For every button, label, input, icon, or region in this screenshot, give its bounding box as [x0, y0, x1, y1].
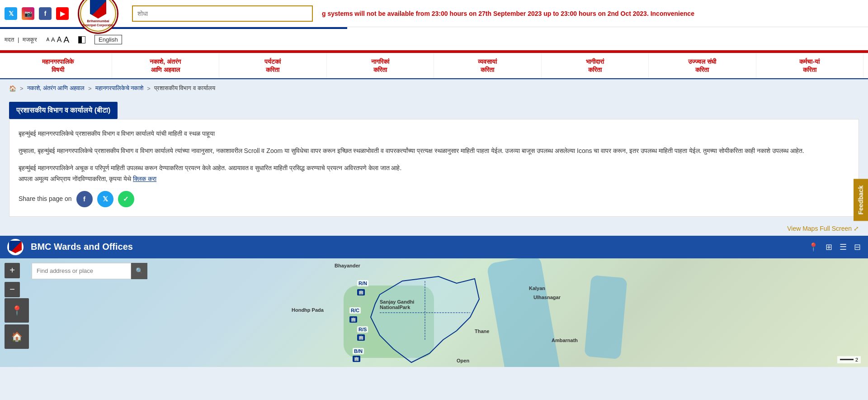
nav-item-opportunities[interactable]: उज्ज्वल संधीकरिता — [649, 53, 756, 78]
nav-item-partners[interactable]: भागीदारांकरिता — [542, 53, 649, 78]
map-scale: 2 — [837, 356, 861, 363]
map-grid-icon[interactable]: ⊟ — [854, 242, 861, 252]
home-icon[interactable]: 🏠 — [9, 85, 16, 92]
nav-item-about[interactable]: महानगरपालिकेविषयी — [5, 53, 112, 78]
map-container: BMC Wards and Offices 📍 ⊞ ☰ ⊟ — [0, 236, 868, 367]
top-search-box[interactable] — [132, 5, 313, 22]
map-search-input[interactable] — [32, 263, 131, 279]
map-header-logo — [7, 239, 24, 255]
facebook-icon[interactable]: f — [39, 7, 52, 20]
ward-rn: R/N — [357, 280, 368, 286]
font-size-a1[interactable]: A — [46, 35, 49, 45]
worker-link[interactable]: मजकूर — [23, 36, 37, 43]
logo-text: Brihanmumbai Municipal Corporation — [81, 19, 115, 27]
navigation-bar: महानगरपालिकेविषयी नकाशे, अंतरंगआणि अहवाल… — [0, 53, 868, 79]
share-label: Share this page on — [19, 194, 72, 205]
place-sanjay-gandhi: Sanjay GandhiNationalPark — [380, 299, 414, 310]
nav-item-citizens[interactable]: नागरिकांकरिता — [327, 53, 434, 78]
breadcrumb-maps[interactable]: नकाशे, अंतरंग आणि अहवाल — [27, 85, 85, 92]
map-location-icon[interactable]: 📍 — [808, 242, 818, 252]
map-controls: + − — [5, 263, 20, 297]
place-open: Open — [457, 358, 469, 363]
place-bhayander: Bhayander — [335, 263, 360, 268]
scale-value: 2 — [855, 357, 858, 362]
logo-area: Brihanmumbai Municipal Corporation — [78, 0, 118, 34]
zoom-in-button[interactable]: + — [5, 263, 20, 278]
ward-rn-icon: 🏢 — [357, 289, 365, 295]
twitter-icon[interactable]: 𝕏 — [5, 7, 17, 20]
share-row: Share this page on f 𝕏 ✓ — [19, 191, 849, 207]
font-size-a4[interactable]: A — [63, 35, 69, 45]
marquee-text: g systems will not be available from 23:… — [322, 10, 694, 17]
contrast-toggle[interactable] — [78, 36, 85, 43]
ward-rc: R/C — [349, 307, 361, 314]
map-header: BMC Wards and Offices 📍 ⊞ ☰ ⊟ — [0, 236, 868, 258]
share-whatsapp-button[interactable]: ✓ — [118, 191, 134, 207]
view-fullscreen-bar: View Maps Full Screen — [0, 221, 868, 236]
second-bar: मदत | मजकूर A A A A English — [0, 29, 868, 52]
map-header-icons: 📍 ⊞ ☰ ⊟ — [808, 242, 861, 252]
feedback-tab[interactable]: Feedback — [854, 179, 868, 221]
accessibility-links: मदत | मजकूर — [5, 36, 37, 43]
ward-bn: B/N — [353, 348, 364, 354]
place-thane: Thane — [475, 329, 489, 334]
content-para1: बृहन्मुंबई महानगरपालिकेचे प्रशासकीय विभा… — [19, 129, 849, 139]
sep: | — [18, 36, 19, 43]
ward-rs: R/S — [357, 326, 368, 333]
my-location-button[interactable]: 📍 — [5, 298, 29, 323]
zoom-out-button[interactable]: − — [5, 282, 20, 297]
breadcrumb: 🏠 > नकाशे, अंतरंग आणि अहवाल > महानगरपालि… — [0, 79, 868, 97]
ward-bn-icon: 🏢 — [353, 356, 360, 362]
map-title: BMC Wards and Offices — [31, 242, 801, 252]
map-body: Bhayander Kalyan Ulhasnagar Thane Ambarn… — [0, 258, 868, 367]
map-search-box[interactable]: 🔍 — [32, 263, 147, 279]
home-button[interactable]: 🏠 — [5, 324, 29, 349]
nav-item-business[interactable]: व्यवसायांकरिता — [434, 53, 542, 78]
instagram-icon[interactable]: 📷 — [22, 7, 34, 20]
bmc-logo: Brihanmumbai Municipal Corporation — [78, 0, 118, 34]
content-box: बृहन्मुंबई महानगरपालिकेचे प्रशासकीय विभा… — [9, 119, 859, 216]
help-link[interactable]: मदत — [5, 36, 14, 43]
ward-rs-icon: 🏢 — [357, 334, 365, 341]
page-title: प्रशासकीय विभाग व कार्यालये (बीटा) — [16, 106, 110, 114]
page-title-bar: प्रशासकीय विभाग व कार्यालये (बीटा) — [9, 102, 118, 119]
breadcrumb-municipal-maps[interactable]: महानगरपालिकेचे नकाशे — [95, 85, 144, 92]
content-para3: बृहन्मुंबई महानगरपालिकेने अचूक व परिपूर्… — [19, 163, 849, 185]
language-button[interactable]: English — [94, 35, 122, 44]
nav-item-employees[interactable]: कर्मचा-यांकरिता — [756, 53, 864, 78]
nav-item-tourism[interactable]: पर्यटकांकरिता — [219, 53, 327, 78]
map-list-icon[interactable]: ☰ — [840, 242, 847, 252]
font-size-controls: A A A A — [46, 35, 69, 45]
content-area: प्रशासकीय विभाग व कार्यालये (बीटा) बृहन्… — [0, 97, 868, 221]
nav-item-maps[interactable]: नकाशे, अंतरंगआणि अहवाल — [112, 53, 220, 78]
share-twitter-button[interactable]: 𝕏 — [97, 191, 113, 207]
share-facebook-button[interactable]: f — [76, 191, 93, 207]
click-here-link[interactable]: क्लिक करा — [133, 175, 156, 182]
place-hondhp-pada: Hondhp Pada — [292, 307, 324, 313]
content-para2: तुम्हाला, बृहन्मुंबई महानगरपालिकेचे प्रश… — [19, 146, 849, 157]
top-search-input[interactable] — [132, 5, 313, 22]
map-search-button[interactable]: 🔍 — [131, 263, 147, 279]
place-ambarnath: Ambarnath — [552, 338, 578, 343]
map-layers-icon[interactable]: ⊞ — [826, 242, 832, 252]
place-ulhasnagar: Ulhasnagar — [533, 295, 561, 300]
youtube-icon[interactable]: ▶ — [56, 7, 69, 20]
marquee-wrapper: g systems will not be available from 23:… — [322, 10, 863, 18]
place-kalyan: Kalyan — [529, 286, 545, 291]
breadcrumb-current: प्रशासकीय विभाग व कार्यालय — [154, 85, 215, 92]
ward-rc-icon: 🏢 — [349, 316, 357, 323]
social-icons: 𝕏 📷 f ▶ — [5, 7, 69, 20]
font-size-a2[interactable]: A — [51, 35, 55, 45]
top-bar: 𝕏 📷 f ▶ Brihanmumbai Municipal Corporati… — [0, 0, 868, 27]
font-size-a3[interactable]: A — [57, 35, 62, 45]
view-fullscreen-link[interactable]: View Maps Full Screen — [787, 225, 859, 232]
